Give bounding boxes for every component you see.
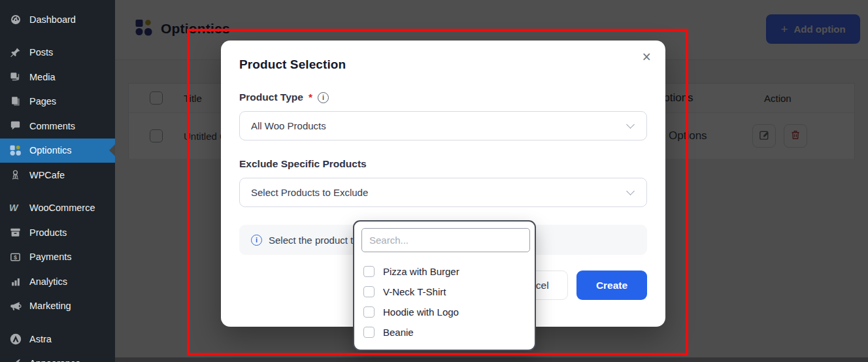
sidebar-item-label: Pages — [29, 96, 56, 107]
sidebar-item[interactable]: W WooCommerce — [0, 196, 115, 221]
sidebar-item-label: Astra — [29, 334, 52, 344]
sidebar-item[interactable]: Products — [0, 220, 115, 245]
sidebar-item[interactable]: WPCafe — [0, 163, 115, 188]
product-list-item[interactable]: Hoodie with Logo — [361, 302, 527, 322]
woocommerce-icon: W — [8, 201, 22, 214]
chevron-down-icon — [626, 187, 635, 195]
sidebar-item-label: WooCommerce — [29, 203, 95, 213]
sidebar-item[interactable]: $ Payments — [0, 245, 115, 270]
info-alert-text: Select the product t — [269, 235, 353, 246]
close-icon[interactable]: × — [643, 50, 651, 65]
sidebar-item-label: Optiontics — [29, 145, 71, 156]
product-label: Hoodie with Logo — [383, 306, 459, 318]
astra-icon — [8, 333, 22, 346]
marketing-icon — [8, 299, 22, 312]
exclude-products-selected-value: Select Products to Exclude — [251, 187, 368, 198]
wpcafe-icon — [8, 169, 22, 182]
optiontics-icon — [8, 144, 22, 157]
product-checkbox[interactable] — [363, 266, 375, 277]
create-button[interactable]: Create — [576, 271, 647, 300]
info-circle-icon — [251, 235, 262, 246]
active-item-arrow-icon — [109, 144, 115, 156]
svg-text:W: W — [9, 203, 19, 213]
exclude-products-select[interactable]: Select Products to Exclude — [239, 178, 647, 207]
sidebar-item-label: Marketing — [29, 301, 71, 311]
sidebar-item[interactable]: Comments — [0, 114, 115, 139]
sidebar-item-label: Payments — [29, 252, 71, 262]
screen: Dashboard Posts Media Pages — [0, 0, 868, 362]
page-bottom-edge — [115, 357, 868, 362]
required-asterisk: * — [309, 91, 312, 103]
dashboard-icon — [8, 13, 22, 26]
sidebar-item[interactable]: Astra — [0, 327, 115, 352]
product-type-label-row: Product Type * — [239, 91, 647, 103]
product-list-item[interactable]: Beanie — [361, 322, 527, 342]
product-list: Pizza with Burger V-Neck T-Shirt Hoodie … — [361, 261, 527, 342]
chevron-down-icon — [626, 120, 635, 129]
product-list-item[interactable]: Pizza with Burger — [361, 261, 527, 282]
product-dropdown-popover: Pizza with Burger V-Neck T-Shirt Hoodie … — [353, 220, 536, 351]
product-checkbox[interactable] — [363, 286, 375, 297]
info-circle-icon[interactable] — [318, 92, 329, 103]
sidebar-item[interactable]: Appearance — [0, 352, 115, 362]
product-label: Pizza with Burger — [383, 266, 459, 277]
sidebar-item-label: Appearance — [29, 358, 80, 362]
exclude-products-label: Exclude Specific Products — [239, 158, 647, 170]
sidebar-item[interactable]: Dashboard — [0, 7, 115, 32]
sidebar-item-label: Analytics — [29, 276, 67, 287]
analytics-icon — [8, 275, 22, 288]
sidebar-item[interactable]: Posts — [0, 41, 115, 65]
media-icon — [8, 71, 22, 84]
products-icon — [8, 226, 22, 239]
sidebar-item-label: Products — [29, 227, 67, 238]
sidebar-item-label: Media — [29, 72, 56, 82]
sidebar-item[interactable]: Optiontics — [0, 139, 115, 163]
product-type-selected-value: All Woo Products — [251, 120, 326, 131]
product-type-select[interactable]: All Woo Products — [239, 111, 647, 140]
product-checkbox[interactable] — [363, 327, 375, 338]
modal-title: Product Selection — [239, 58, 647, 72]
svg-text:$: $ — [14, 254, 17, 261]
sidebar-item-label: Dashboard — [29, 14, 76, 25]
payments-icon: $ — [8, 250, 22, 263]
search-input[interactable] — [361, 228, 530, 252]
posts-icon — [8, 46, 22, 59]
product-label: Beanie — [383, 327, 414, 338]
pages-icon — [8, 95, 22, 108]
comments-icon — [8, 120, 22, 133]
sidebar-item[interactable]: Media — [0, 65, 115, 90]
product-type-label: Product Type — [239, 91, 303, 103]
sidebar-item[interactable]: Analytics — [0, 269, 115, 294]
product-label: V-Neck T-Shirt — [383, 286, 446, 297]
appearance-icon — [8, 357, 22, 362]
sidebar-item[interactable]: Marketing — [0, 294, 115, 319]
sidebar-item[interactable]: Pages — [0, 90, 115, 114]
sidebar-item-label: Posts — [29, 47, 53, 58]
sidebar-item-label: Comments — [29, 121, 75, 131]
product-checkbox[interactable] — [363, 306, 375, 318]
admin-sidebar: Dashboard Posts Media Pages — [0, 0, 115, 362]
product-list-item[interactable]: V-Neck T-Shirt — [361, 282, 527, 302]
sidebar-item-label: WPCafe — [29, 170, 65, 180]
